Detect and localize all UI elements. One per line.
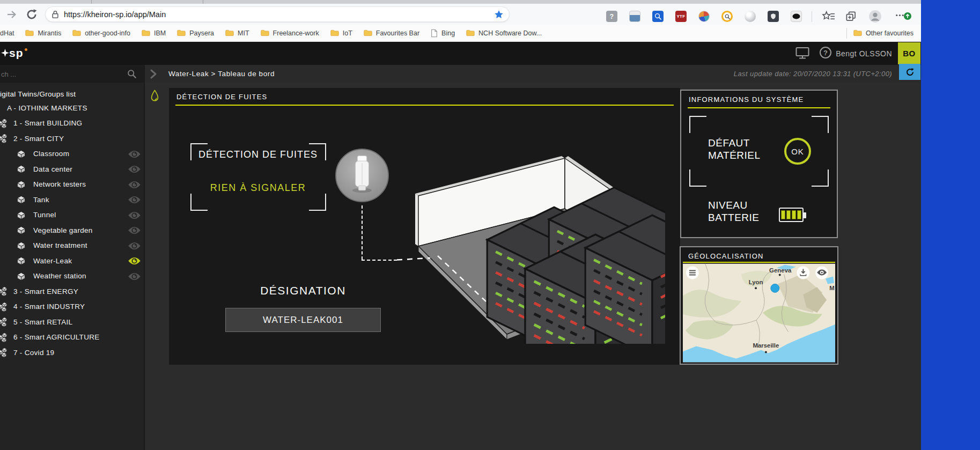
visibility-eye-icon[interactable] bbox=[128, 272, 141, 281]
sensor-photo bbox=[335, 149, 389, 202]
panel-underline bbox=[688, 107, 830, 108]
sidebar-device-weatherstation[interactable]: Weather station bbox=[0, 269, 144, 284]
update-badge-icon bbox=[904, 12, 911, 20]
bookmark-item[interactable]: IBM bbox=[142, 29, 166, 37]
folder-icon bbox=[364, 29, 372, 36]
favorite-star-icon[interactable] bbox=[494, 10, 504, 19]
search-extension-icon[interactable] bbox=[652, 11, 664, 22]
browser-window: https://kheiron-sp.io/app/Main ? YTF bbox=[0, 0, 921, 450]
breadcrumb[interactable]: Water-Leak > Tableau de bord bbox=[168, 70, 275, 78]
ytf-extension-icon[interactable]: YTF bbox=[675, 11, 687, 22]
help-icon[interactable]: ? bbox=[820, 47, 831, 58]
refresh-icon bbox=[905, 68, 915, 77]
search-input[interactable] bbox=[0, 65, 126, 84]
help-extension-icon[interactable]: ? bbox=[606, 11, 617, 22]
device-location-marker[interactable] bbox=[771, 284, 779, 292]
visibility-eye-icon[interactable] bbox=[128, 226, 141, 234]
cube-icon bbox=[17, 211, 26, 220]
map-download-button[interactable] bbox=[797, 267, 810, 279]
briefcase-extension-icon[interactable] bbox=[629, 11, 640, 22]
forward-icon[interactable] bbox=[6, 9, 18, 20]
sidebar-group-city[interactable]: 2 - Smart CITY bbox=[0, 131, 144, 146]
lock-icon bbox=[51, 10, 60, 19]
bookmark-item[interactable]: IoT bbox=[330, 29, 352, 37]
sidebar-device-vegetablegarden[interactable]: Vegetable garden bbox=[0, 223, 144, 238]
bookmark-item[interactable]: dHat bbox=[0, 29, 14, 37]
water-drop-icon bbox=[150, 90, 159, 102]
user-initials-badge[interactable]: BO bbox=[898, 42, 920, 64]
folder-icon bbox=[853, 29, 862, 36]
refresh-button[interactable] bbox=[899, 64, 920, 80]
bookmark-item[interactable]: NCH Software Dow... bbox=[466, 29, 542, 37]
sidebar-device-datacenter[interactable]: Data center bbox=[0, 161, 144, 177]
last-update-label: Last update date: 20/07/2020 13:31 (UTC+… bbox=[734, 70, 892, 78]
visibility-eye-icon[interactable] bbox=[128, 211, 141, 219]
monitor-icon[interactable] bbox=[795, 47, 809, 60]
address-bar[interactable]: https://kheiron-sp.io/app/Main bbox=[45, 6, 510, 22]
sidebar-group-building[interactable]: 1 - Smart BUILDING bbox=[0, 116, 144, 131]
search-icon[interactable] bbox=[127, 69, 136, 78]
collections-icon[interactable] bbox=[845, 11, 857, 22]
system-info-panel: INFORMATIONS DU SYSTÈME DÉFAUT MATÉRIEL … bbox=[680, 90, 838, 238]
map[interactable]: Geneva Lyon Marseille M bbox=[683, 263, 835, 363]
group-icon bbox=[0, 302, 8, 312]
group-icon bbox=[0, 317, 8, 327]
sidebar-device-tank[interactable]: Tank bbox=[0, 192, 144, 208]
shield-extension-icon[interactable] bbox=[768, 11, 779, 22]
user-name[interactable]: Bengt OLSSON bbox=[836, 42, 892, 65]
visibility-eye-icon[interactable] bbox=[128, 165, 141, 173]
sidebar-group-markets[interactable]: A - IOTHINK MARKETS bbox=[0, 100, 144, 116]
map-label-lyon: Lyon bbox=[749, 279, 763, 285]
tree-header: igital Twins/Groups list bbox=[0, 90, 144, 98]
sidebar-search-row bbox=[0, 65, 144, 83]
visibility-eye-icon-active[interactable] bbox=[128, 257, 141, 265]
visibility-eye-icon[interactable] bbox=[128, 181, 141, 189]
sidebar-collapse-chevron-icon[interactable] bbox=[148, 69, 159, 79]
magnifier-extension-icon[interactable] bbox=[721, 11, 733, 22]
sidebar-device-networktesters[interactable]: Network testers bbox=[0, 177, 144, 193]
bookmark-item[interactable]: Paysera bbox=[177, 29, 214, 37]
bookmark-item[interactable]: Favourites Bar bbox=[364, 29, 419, 37]
folder-icon bbox=[261, 29, 269, 36]
sphere-extension-icon[interactable] bbox=[745, 11, 756, 22]
url-text[interactable]: https://kheiron-sp.io/app/Main bbox=[64, 10, 494, 19]
hardware-fault-label: DÉFAUT MATÉRIEL bbox=[708, 137, 778, 161]
sidebar-group-industry[interactable]: 4 - Smart INDUSTRY bbox=[0, 299, 144, 315]
toolbar-divider bbox=[812, 11, 812, 22]
sidebar-group-energy[interactable]: 3 - Smart ENERGY bbox=[0, 284, 144, 299]
visibility-eye-icon[interactable] bbox=[128, 150, 141, 158]
map-label-m: M bbox=[829, 285, 835, 291]
tab-strip[interactable] bbox=[0, 0, 921, 4]
bookmark-item[interactable]: MIT bbox=[225, 29, 249, 37]
sidebar-group-covid[interactable]: 7 - Covid 19 bbox=[0, 345, 144, 360]
map-menu-button[interactable] bbox=[686, 267, 699, 279]
folder-icon bbox=[330, 29, 339, 36]
bookmark-item[interactable]: other-good-info bbox=[72, 29, 130, 37]
panel-title: DÉTECTION DE FUITES bbox=[169, 88, 680, 101]
cube-icon bbox=[17, 241, 26, 250]
sidebar-group-agriculture[interactable]: 6 - Smart AGRICULTURE bbox=[0, 330, 144, 345]
sidebar-group-retail[interactable]: 5 - Smart RETAIL bbox=[0, 314, 144, 330]
sidebar-device-watertreatment[interactable]: Water treatment bbox=[0, 238, 144, 254]
favorites-hub-icon[interactable] bbox=[822, 11, 835, 22]
profile-avatar[interactable] bbox=[868, 10, 882, 23]
breadcrumb-bar: Water-Leak > Tableau de bord Last update… bbox=[145, 65, 921, 83]
folder-icon bbox=[225, 29, 234, 36]
globe-extension-icon[interactable] bbox=[698, 11, 710, 22]
sidebar-device-waterleak[interactable]: Water-Leak bbox=[0, 253, 144, 269]
sidebar-device-classroom[interactable]: Classroom bbox=[0, 146, 144, 162]
browser-menu[interactable] bbox=[895, 10, 905, 23]
bookmark-item[interactable]: Bing bbox=[431, 29, 455, 38]
oval-extension-icon[interactable] bbox=[791, 11, 802, 22]
panel-underline bbox=[175, 105, 674, 106]
logo-dot bbox=[25, 48, 27, 51]
app-logo[interactable]: sp bbox=[1, 47, 27, 60]
bookmark-item[interactable]: Mirantis bbox=[25, 29, 61, 37]
bookmark-item[interactable]: Freelance-work bbox=[261, 29, 319, 37]
sidebar-device-tunnel[interactable]: Tunnel bbox=[0, 208, 144, 223]
visibility-eye-icon[interactable] bbox=[128, 242, 141, 250]
map-visibility-button[interactable] bbox=[815, 267, 828, 279]
visibility-eye-icon[interactable] bbox=[128, 196, 141, 204]
refresh-icon[interactable] bbox=[26, 9, 38, 20]
other-favourites[interactable]: Other favourites bbox=[840, 28, 921, 39]
